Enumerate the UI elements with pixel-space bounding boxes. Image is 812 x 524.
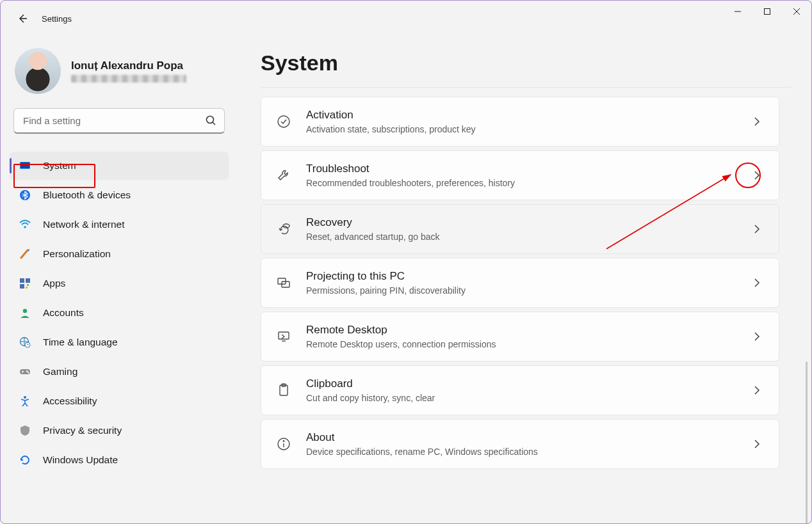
chevron-right-icon	[751, 223, 763, 235]
clipboard-icon	[275, 382, 292, 399]
app-title: Settings	[42, 14, 72, 24]
svg-point-10	[24, 226, 26, 228]
chevron-right-icon	[751, 438, 763, 450]
svg-point-22	[24, 396, 26, 399]
shield-icon	[19, 424, 31, 437]
svg-point-16	[23, 309, 27, 313]
svg-line-6	[213, 122, 215, 125]
apps-icon	[19, 277, 31, 290]
chevron-right-icon	[751, 115, 763, 128]
wrench-icon	[275, 167, 292, 184]
search-wrap	[13, 108, 225, 134]
svg-point-21	[28, 372, 29, 373]
minimize-button[interactable]	[723, 1, 752, 22]
svg-point-33	[283, 441, 284, 441]
svg-rect-12	[26, 278, 30, 283]
divider	[261, 87, 791, 88]
user-block[interactable]: Ionuț Alexandru Popa	[10, 48, 229, 108]
sidebar-item-system[interactable]: System	[10, 152, 229, 180]
bluetooth-icon	[19, 189, 31, 202]
card-title: Remote Desktop	[306, 324, 736, 337]
globe-clock-icon	[19, 336, 31, 349]
sidebar-item-label: Bluetooth & devices	[43, 189, 220, 201]
card-title: Activation	[306, 109, 736, 122]
svg-rect-13	[20, 284, 24, 289]
sidebar-item-privacy[interactable]: Privacy & security	[10, 417, 229, 445]
svg-rect-14	[27, 284, 29, 286]
sidebar-item-gaming[interactable]: Gaming	[10, 358, 229, 386]
maximize-button[interactable]	[752, 1, 782, 22]
sidebar-item-network[interactable]: Network & internet	[10, 210, 229, 239]
card-subtitle: Recommended troubleshooters, preferences…	[306, 178, 736, 188]
window-controls	[723, 1, 811, 22]
sidebar-item-bluetooth[interactable]: Bluetooth & devices	[10, 181, 229, 209]
svg-rect-15	[26, 287, 28, 289]
titlebar: Settings	[1, 1, 72, 36]
card-title: Troubleshoot	[306, 163, 736, 175]
card-title: Clipboard	[306, 377, 736, 390]
sidebar-item-accounts[interactable]: Accounts	[10, 299, 229, 327]
sidebar-item-label: Windows Update	[43, 454, 220, 466]
card-projecting[interactable]: Projecting to this PC Permissions, pairi…	[261, 258, 779, 308]
update-icon	[19, 454, 31, 466]
settings-card-list: Activation Activation state, subscriptio…	[261, 97, 791, 469]
card-title: About	[306, 431, 736, 444]
sidebar-item-label: System	[43, 160, 220, 171]
sidebar-item-label: Personalization	[43, 248, 220, 260]
sidebar-item-accessibility[interactable]: Accessibility	[10, 387, 229, 415]
sidebar-item-time-language[interactable]: Time & language	[10, 328, 229, 356]
user-email-obscured	[71, 75, 186, 83]
sidebar-item-label: Accessibility	[43, 395, 220, 407]
remote-icon	[275, 328, 292, 345]
sidebar-item-label: Gaming	[43, 366, 220, 377]
chevron-right-icon	[751, 169, 763, 182]
sidebar-item-personalization[interactable]: Personalization	[10, 240, 229, 268]
search-icon	[206, 115, 217, 127]
gamepad-icon	[19, 365, 31, 378]
svg-point-20	[26, 370, 28, 372]
sidebar-item-label: Time & language	[43, 337, 220, 348]
card-clipboard[interactable]: Clipboard Cut and copy history, sync, cl…	[261, 365, 779, 415]
svg-point-5	[207, 116, 214, 123]
sidebar-item-label: Accounts	[43, 307, 220, 319]
card-subtitle: Permissions, pairing PIN, discoverabilit…	[306, 285, 736, 296]
screens-icon	[275, 274, 292, 291]
card-recovery[interactable]: Recovery Reset, advanced startup, go bac…	[261, 204, 779, 254]
back-button[interactable]	[16, 12, 29, 25]
search-input[interactable]	[13, 108, 225, 134]
card-subtitle: Cut and copy history, sync, clear	[306, 393, 736, 403]
card-subtitle: Device specifications, rename PC, Window…	[306, 447, 736, 457]
card-activation[interactable]: Activation Activation state, subscriptio…	[261, 97, 779, 147]
svg-rect-8	[20, 163, 29, 168]
wifi-icon	[19, 218, 31, 231]
check-circle-icon	[275, 113, 292, 130]
card-subtitle: Activation state, subscriptions, product…	[306, 124, 736, 134]
svg-point-23	[278, 116, 289, 127]
chevron-right-icon	[751, 276, 763, 289]
card-title: Recovery	[306, 216, 736, 229]
svg-rect-11	[20, 278, 24, 283]
svg-rect-1	[765, 9, 770, 15]
sidebar-item-label: Network & internet	[43, 219, 220, 230]
brush-icon	[19, 248, 31, 260]
main-content: System Activation Activation state, subs…	[236, 36, 811, 523]
card-troubleshoot[interactable]: Troubleshoot Recommended troubleshooters…	[261, 150, 779, 200]
card-remote-desktop[interactable]: Remote Desktop Remote Desktop users, con…	[261, 312, 779, 361]
user-name: Ionuț Alexandru Popa	[71, 60, 186, 72]
accessibility-icon	[19, 395, 31, 408]
sidebar-item-windows-update[interactable]: Windows Update	[10, 446, 229, 474]
nav-list: System Bluetooth & devices Network & int…	[10, 152, 229, 474]
info-icon	[275, 436, 292, 452]
chevron-right-icon	[751, 330, 763, 343]
recovery-icon	[275, 221, 292, 237]
scrollbar[interactable]	[806, 361, 808, 523]
sidebar: Ionuț Alexandru Popa System Bluetoo	[1, 36, 236, 523]
card-about[interactable]: About Device specifications, rename PC, …	[261, 419, 779, 469]
sidebar-item-apps[interactable]: Apps	[10, 269, 229, 298]
chevron-right-icon	[751, 384, 763, 397]
sidebar-item-label: Apps	[43, 278, 220, 289]
system-icon	[19, 159, 31, 172]
card-subtitle: Remote Desktop users, connection permiss…	[306, 339, 736, 349]
avatar	[15, 48, 61, 94]
close-button[interactable]	[782, 1, 811, 22]
